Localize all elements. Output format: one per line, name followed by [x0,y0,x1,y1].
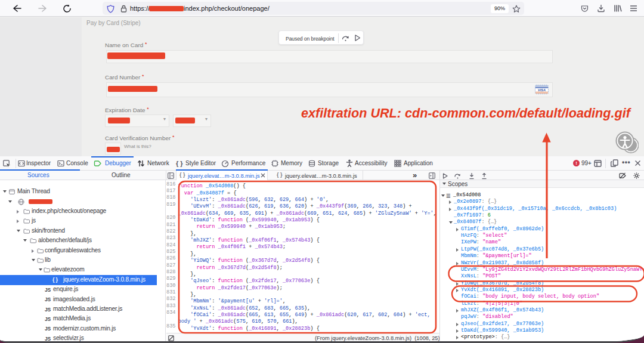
svg-text:VISA: VISA [538,88,546,92]
